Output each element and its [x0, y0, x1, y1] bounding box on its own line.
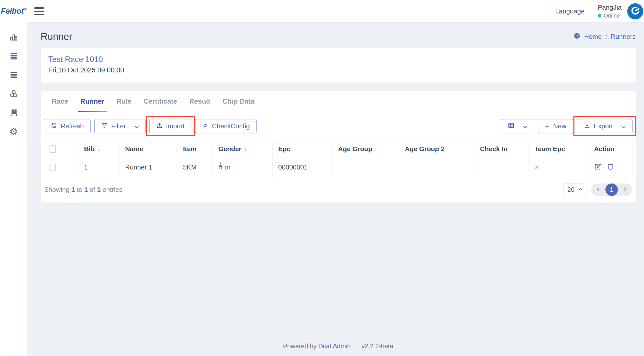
new-button[interactable]: + New [538, 119, 573, 133]
upload-icon [156, 122, 163, 131]
hamburger-menu-icon[interactable] [34, 7, 44, 15]
avatar[interactable] [627, 3, 643, 19]
pagination-controls: 20 1 [563, 183, 632, 196]
sidebar-item-settings[interactable]: ⚙ [8, 127, 19, 137]
sidebar: Feibot® [0, 0, 27, 356]
user-menu[interactable]: PangJia Online [598, 4, 622, 19]
chevron-up-icon [578, 186, 583, 193]
user-status: Online [598, 12, 620, 19]
breadcrumb-home[interactable]: Home [584, 33, 602, 41]
page-size-value: 20 [567, 186, 574, 193]
checkconfig-label: CheckConfig [212, 122, 250, 130]
header-epc: Epc [273, 141, 333, 157]
export-button[interactable]: Export [577, 119, 633, 133]
checkconfig-button[interactable]: CheckConfig [195, 119, 257, 133]
sidebar-item-docs[interactable] [8, 108, 19, 118]
page-size-selector[interactable]: 20 [563, 183, 587, 196]
export-button-wrapper: Export [577, 119, 633, 133]
tab-result[interactable]: Result [183, 91, 217, 112]
sidebar-item-modules[interactable] [8, 89, 19, 99]
male-person-icon [218, 162, 223, 172]
breadcrumb: Home / Runners [573, 32, 636, 41]
footer-separator: · [355, 343, 357, 350]
import-button-wrapper: import [149, 119, 191, 133]
grid-footer: Showing 1 to 1 of 1 entries 20 [44, 177, 633, 196]
cell-action [588, 157, 633, 177]
race-datetime: Fri,10 Oct 2025 09:00:00 [48, 66, 628, 74]
topbar-right: Language PangJia Online [555, 3, 643, 19]
columns-selector-button[interactable] [501, 119, 534, 133]
header-age-group: Age Group [333, 141, 399, 157]
tab-runner[interactable]: Runner [74, 91, 111, 112]
user-status-label: Online [604, 12, 620, 19]
header-check-in-label: Check In [480, 145, 507, 153]
tab-certificate[interactable]: Certificate [138, 91, 183, 112]
language-menu[interactable]: Language [555, 7, 585, 15]
race-info-card: Test Race 1010 Fri,10 Oct 2025 09:00:00 [41, 48, 636, 83]
next-page-icon[interactable] [622, 187, 628, 193]
list-lines-icon [9, 70, 18, 80]
race-title-link[interactable]: Test Race 1010 [48, 55, 628, 64]
brand-logo: Feibot® [0, 0, 27, 22]
header-gender[interactable]: Gender↓ [213, 141, 273, 157]
cell-epc: 00000001 [273, 157, 333, 177]
sidebar-item-races-active[interactable] [8, 51, 19, 61]
tab-race[interactable]: Race [46, 91, 74, 112]
header-bib[interactable]: Bib↓ [78, 141, 120, 157]
empty-x-icon: × [534, 162, 539, 172]
filter-button[interactable]: Filter [94, 119, 146, 133]
filter-label: Filter [111, 122, 126, 130]
delete-icon[interactable] [607, 163, 614, 172]
tab-rule[interactable]: Rule [110, 91, 138, 112]
edit-icon[interactable] [594, 163, 602, 172]
header-epc-label: Epc [278, 145, 290, 153]
home-dashboard-icon [573, 32, 581, 41]
prev-page-icon[interactable] [595, 187, 601, 193]
powered-footer: Powered by Dcat Admin · v2.2.2-beta [41, 338, 636, 352]
chevron-down-icon [133, 123, 139, 129]
gear-icon: ⚙ [9, 127, 18, 136]
breadcrumb-separator: / [605, 33, 607, 41]
header-check-in: Check In [474, 141, 529, 157]
download-icon [584, 122, 590, 131]
cell-select [44, 157, 78, 177]
table-row: 1 Runner 1 5KM [44, 157, 633, 177]
sidebar-nav: ⚙ [0, 22, 27, 137]
brand-name: Feibot® [1, 7, 26, 16]
cell-item: 5KM [177, 157, 213, 177]
import-label: import [166, 122, 185, 130]
grid-toolbar: Refresh Filter [44, 112, 633, 137]
select-all-checkbox[interactable] [49, 145, 56, 153]
tab-chip-data[interactable]: Chip Data [216, 91, 260, 112]
brand-reg-mark: ® [24, 7, 26, 11]
runner-grid-card: Race Runner Rule Certificate Result Chip… [41, 91, 636, 203]
sidebar-item-analytics[interactable] [8, 33, 19, 43]
entries-summary: Showing 1 to 1 of 1 entries [44, 186, 122, 194]
cell-bib: 1 [78, 157, 120, 177]
cell-age-group-2 [399, 157, 474, 177]
cell-name: Runner 1 [120, 157, 177, 177]
import-button[interactable]: import [149, 119, 191, 133]
cubes-icon [9, 89, 18, 99]
current-page-button[interactable]: 1 [605, 183, 618, 196]
header-age-group-label: Age Group [338, 145, 372, 153]
header-bib-label: Bib [84, 145, 95, 153]
tab-bar: Race Runner Rule Certificate Result Chip… [41, 91, 636, 112]
sort-arrow-icon: ↓ [244, 145, 247, 153]
brand-name-text: Feibot [1, 7, 24, 16]
breadcrumb-current[interactable]: Runners [611, 33, 636, 41]
sidebar-item-lists[interactable] [8, 70, 19, 80]
dcat-admin-link[interactable]: Dcat Admin [318, 343, 351, 350]
powered-by-label: Powered by [283, 343, 317, 350]
online-dot-icon [598, 14, 601, 18]
book-icon [9, 108, 18, 118]
pager: 1 [591, 183, 632, 196]
page-title: Runner [41, 31, 72, 42]
plus-icon: + [545, 122, 549, 130]
row-checkbox[interactable] [49, 164, 56, 171]
refresh-button[interactable]: Refresh [44, 119, 91, 133]
table-header-row: Bib↓ Name Item Gender↓ Epc Age Group Age… [44, 141, 633, 157]
header-team-epc: Team Epc [529, 141, 588, 157]
header-item-label: Item [183, 145, 196, 153]
cell-check-in [474, 157, 529, 177]
